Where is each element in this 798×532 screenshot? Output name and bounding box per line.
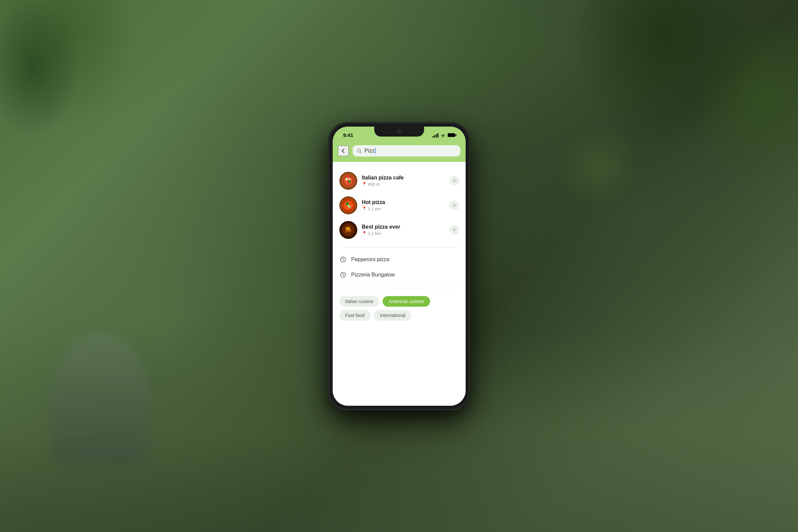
- recent-search-label: Pepperoni pizza: [351, 256, 390, 263]
- clock-icon: [340, 271, 346, 278]
- phone-button-vol-up: [328, 188, 329, 210]
- chevron-right-icon: [452, 179, 456, 183]
- chevron-right-button[interactable]: [450, 176, 459, 185]
- battery-icon: [448, 133, 456, 137]
- signal-bar-2: [434, 135, 435, 137]
- background-people: [50, 332, 150, 466]
- restaurant-distance: 📍 1.1 km: [362, 206, 445, 211]
- restaurant-distance: 📍 400 m: [362, 182, 445, 187]
- restaurant-name: Hot pizza: [362, 200, 445, 205]
- phone-container: 9:41: [329, 123, 469, 409]
- chevron-right-button[interactable]: [450, 225, 459, 234]
- search-input[interactable]: Pizz: [365, 148, 376, 154]
- status-time: 9:41: [343, 132, 353, 138]
- phone-screen: 9:41: [333, 127, 466, 406]
- category-tag-international[interactable]: International: [374, 310, 412, 321]
- chevron-right-button[interactable]: [450, 201, 459, 210]
- search-text: Pizz: [365, 148, 375, 154]
- wifi-icon: [440, 133, 446, 137]
- category-tag-fastfood[interactable]: Fast food: [339, 310, 370, 321]
- phone-button-vol-down: [328, 215, 329, 236]
- chevron-right-icon: [452, 204, 456, 207]
- recent-searches-section: Pepperoni pizza Pizzeria Bungalow: [333, 249, 466, 285]
- back-button[interactable]: [338, 146, 349, 156]
- category-tag-american[interactable]: American cuisine: [383, 296, 430, 307]
- phone-button-power: [469, 193, 470, 223]
- restaurant-list: Italian pizza cafe 📍 400 m Hot pizza: [333, 165, 466, 246]
- svg-line-1: [360, 152, 362, 153]
- recent-icon: [339, 256, 347, 263]
- signal-icon: [432, 133, 438, 137]
- signal-bar-1: [432, 136, 433, 137]
- location-pin-icon: 📍: [362, 206, 367, 211]
- restaurant-distance: 📍 1.2 km: [362, 231, 445, 236]
- phone-camera: [397, 129, 401, 133]
- back-chevron-icon: [341, 148, 346, 153]
- clock-icon: [340, 256, 346, 263]
- restaurant-item[interactable]: Hot pizza 📍 1.1 km: [333, 193, 466, 217]
- recent-search-item[interactable]: Pizzeria Bungalow: [333, 267, 466, 282]
- signal-bar-4: [437, 133, 438, 137]
- content-area: Italian pizza cafe 📍 400 m Hot pizza: [333, 165, 466, 406]
- search-icon: [357, 148, 362, 153]
- category-tag-italian[interactable]: Italian cuisine: [339, 296, 380, 307]
- restaurant-avatar: [339, 172, 357, 190]
- phone-notch: [374, 127, 424, 137]
- search-header: Pizz: [333, 141, 466, 162]
- divider-2: [339, 288, 459, 288]
- location-pin-icon: 📍: [362, 182, 367, 186]
- status-icons: [432, 133, 456, 137]
- recent-search-item[interactable]: Pepperoni pizza: [333, 252, 466, 267]
- recent-icon: [339, 271, 347, 279]
- search-box[interactable]: Pizz: [353, 145, 460, 156]
- restaurant-name: Italian pizza cafe: [362, 175, 445, 181]
- restaurant-item[interactable]: Italian pizza cafe 📍 400 m: [333, 169, 466, 193]
- restaurant-item[interactable]: Best pizza ever 📍 1.2 km: [333, 217, 466, 242]
- chevron-right-icon: [452, 228, 456, 232]
- restaurant-name: Best pizza ever: [362, 224, 445, 230]
- restaurant-avatar: [339, 221, 357, 239]
- restaurant-info: Best pizza ever 📍 1.2 km: [362, 224, 445, 236]
- divider-1: [339, 248, 459, 248]
- recent-search-label: Pizzeria Bungalow: [351, 272, 395, 278]
- text-cursor: [375, 148, 376, 154]
- restaurant-info: Hot pizza 📍 1.1 km: [362, 200, 445, 211]
- category-tags-section: Italian cuisine American cuisine Fast fo…: [333, 291, 466, 329]
- restaurant-info: Italian pizza cafe 📍 400 m: [362, 175, 445, 187]
- location-pin-icon: 📍: [362, 231, 367, 235]
- signal-bar-3: [436, 134, 437, 137]
- restaurant-avatar: [339, 196, 357, 214]
- phone-button-mute: [328, 170, 329, 182]
